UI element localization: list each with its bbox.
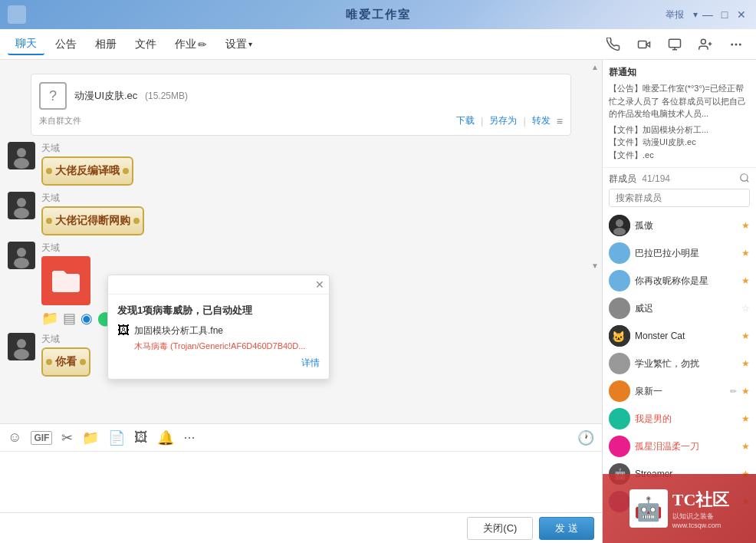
msg-icon-2: ◉ <box>81 310 93 327</box>
virus-popup-body: 发现1项病毒威胁，已自动处理 🖼 加固模块分析工具.fne 木马病毒 (Troj… <box>108 295 329 379</box>
divider1: | <box>481 115 483 127</box>
msg-content-1: 天域 大佬反编译哦 <box>41 142 133 186</box>
svg-point-5 <box>731 43 733 45</box>
screen-btn[interactable] <box>662 32 687 57</box>
notice-file-1: 【文件】加固模块分析工... <box>609 123 750 137</box>
svg-point-19 <box>14 349 29 360</box>
image-btn[interactable]: 🖼 <box>134 429 148 446</box>
homework-icon: ✏ <box>198 38 207 51</box>
username-2: 天域 <box>41 192 144 205</box>
member-monstercat[interactable]: 🐱 Monster Cat ★ <box>603 322 756 350</box>
svg-rect-1 <box>669 39 681 48</box>
member-balabala[interactable]: 巴拉巴拉小明星 ★ <box>603 239 756 267</box>
save-as-btn[interactable]: 另存为 <box>489 114 517 127</box>
name-busy: 学业繁忙，勿扰 <box>635 357 737 370</box>
msg-icon-folder: 📁 <box>41 310 58 327</box>
member-search-input[interactable] <box>609 189 750 207</box>
svg-point-20 <box>741 174 748 181</box>
emoji-btn[interactable]: ☺ <box>8 429 21 446</box>
menu-homework[interactable]: 作业 ✏ <box>167 35 215 54</box>
svg-point-12 <box>17 198 26 207</box>
svg-point-10 <box>14 158 29 169</box>
avatar-monstercat: 🐱 <box>609 325 630 347</box>
menu-left: 聊天 公告 相册 文件 作业 ✏ 设置 ▾ <box>8 34 260 55</box>
menu-album[interactable]: 相册 <box>87 35 124 54</box>
virus-file-row: 🖼 加固模块分析工具.fne <box>117 324 320 337</box>
virus-detail-btn[interactable]: 详情 <box>117 357 320 370</box>
avatar-nande <box>609 408 630 429</box>
svg-point-13 <box>14 208 29 219</box>
members-header: 群成员 41/194 <box>603 173 756 189</box>
video-btn[interactable] <box>632 32 656 57</box>
menu-file[interactable]: 文件 <box>127 35 164 54</box>
avatar-quanxinyi <box>609 380 630 402</box>
close-window-btn[interactable]: 关闭(C) <box>467 517 533 540</box>
star-guao: ★ <box>741 220 750 231</box>
star-weichi: ☆ <box>741 303 750 314</box>
more-file-btn[interactable]: ≡ <box>557 115 563 127</box>
menu-bar: 聊天 公告 相册 文件 作业 ✏ 设置 ▾ <box>0 29 756 60</box>
svg-point-9 <box>17 148 26 157</box>
report-btn[interactable]: 举报 <box>666 8 684 21</box>
member-nande[interactable]: 我是男的 ★ <box>603 405 756 433</box>
star-busy: ★ <box>741 358 750 369</box>
file-actions-row: 来自群文件 下载 | 另存为 | 转发 ≡ <box>39 114 563 127</box>
username-1: 天域 <box>41 142 133 155</box>
member-guxing[interactable]: 孤星泪温柔一刀 ★ <box>603 433 756 460</box>
clock-btn[interactable]: 🕐 <box>577 429 594 446</box>
maximize-btn[interactable]: □ <box>718 8 731 21</box>
svg-point-23 <box>613 228 626 235</box>
scroll-up-arrow[interactable]: ▲ <box>591 63 599 71</box>
member-busy[interactable]: 学业繁忙，勿扰 ★ <box>603 350 756 377</box>
search-members-icon[interactable] <box>739 173 750 186</box>
input-area[interactable] <box>0 451 602 512</box>
member-guao[interactable]: 孤傲 ★ <box>603 212 756 239</box>
phone-btn[interactable] <box>601 32 626 57</box>
download-btn[interactable]: 下载 <box>456 114 475 127</box>
name-guxing: 孤星泪温柔一刀 <box>635 440 737 453</box>
virus-close-btn[interactable]: ✕ <box>315 278 324 291</box>
members-title-text: 群成员 <box>609 173 636 184</box>
msg-content-2: 天域 大佬记得断网购 <box>41 192 144 235</box>
tc-url: www.tcsqw.com <box>672 522 730 529</box>
title-dropdown-icon[interactable]: ▾ <box>693 9 698 20</box>
ellipsis-btn[interactable]: ··· <box>183 429 195 446</box>
file-icon: ? <box>39 82 67 110</box>
file-message: ? 动漫UI皮肤.ec (15.25MB) 来自群文件 下载 | 另存为 | 转… <box>31 74 571 136</box>
add-member-btn[interactable] <box>693 32 718 57</box>
member-weichi[interactable]: 威迟 ☆ <box>603 295 756 322</box>
settings-caret: ▾ <box>248 40 252 48</box>
minimize-btn[interactable]: — <box>701 8 715 21</box>
send-btn[interactable]: 发 送 <box>539 517 594 540</box>
title-bar-left <box>8 5 26 24</box>
name-quanxinyi: 泉新一 <box>635 385 725 398</box>
menu-notice[interactable]: 公告 <box>48 35 84 54</box>
bell-btn[interactable]: 🔔 <box>157 429 174 446</box>
avatar-tianyu-2 <box>8 192 35 219</box>
edit-icon-quanxinyi: ✏ <box>730 387 737 397</box>
avatar-weichi <box>609 298 630 319</box>
tc-slogan: 以知识之装备 <box>672 512 730 522</box>
forward-btn[interactable]: 转发 <box>532 114 551 127</box>
svg-point-7 <box>739 43 741 45</box>
more-btn[interactable] <box>724 32 748 57</box>
chat-area: ▲ ? 动漫UI皮肤.ec (15.25MB) 来自群文件 下载 | 另存为 <box>0 60 603 543</box>
title-bar: 唯爱工作室 举报 ▾ — □ ✕ <box>0 0 756 29</box>
member-rename[interactable]: 你再改昵称你是星 ★ <box>603 267 756 295</box>
tc-text-area: TC社区 以知识之装备 www.tcsqw.com <box>672 489 730 529</box>
star-nande: ★ <box>741 413 750 424</box>
members-count: 41/194 <box>642 173 670 184</box>
document-btn[interactable]: 📄 <box>108 429 125 446</box>
menu-settings[interactable]: 设置 ▾ <box>218 35 260 54</box>
right-panel: 群通知 【公告】唯爱工作室(*°3°)=已经正帮忙之录人员了 各位群成员可以把自… <box>603 60 756 543</box>
close-btn[interactable]: ✕ <box>735 8 748 21</box>
gif-btn[interactable]: GIF <box>31 431 52 445</box>
file-info: 动漫UI皮肤.ec (15.25MB) <box>74 89 188 103</box>
member-quanxinyi[interactable]: 泉新一 ✏ ★ <box>603 377 756 405</box>
avatar-guao <box>609 215 630 236</box>
username-4: 天域 <box>41 333 90 346</box>
menu-chat[interactable]: 聊天 <box>8 34 44 55</box>
folder-btn[interactable]: 📁 <box>82 429 99 446</box>
scissors-btn[interactable]: ✂ <box>61 429 73 446</box>
avatar-tianyu-3 <box>8 242 35 269</box>
